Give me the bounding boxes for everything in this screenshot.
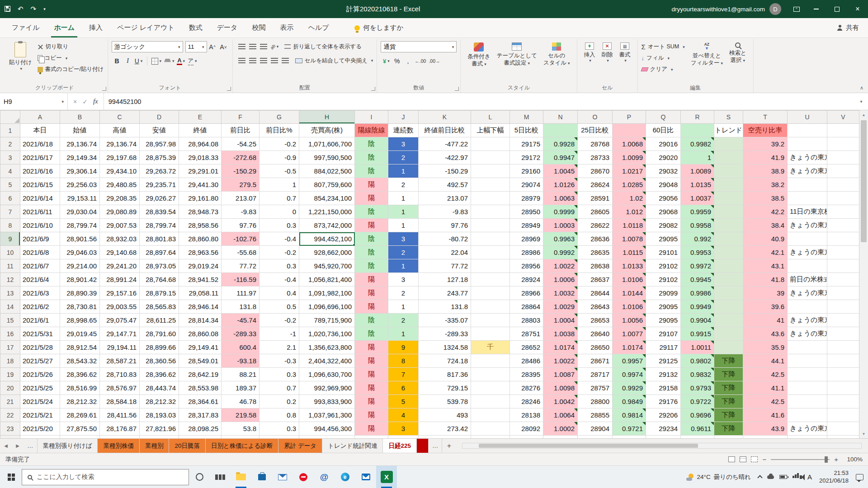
cell-C23[interactable]: 28,176.87 <box>100 422 140 436</box>
cell-L21[interactable] <box>471 395 510 408</box>
cell-T9[interactable]: 40.9 <box>743 232 788 246</box>
cell-K5[interactable]: 492.57 <box>419 178 471 192</box>
cell-H8[interactable]: 873,742,000 <box>299 219 355 232</box>
ribbon-tab-data[interactable]: データ <box>210 18 245 38</box>
cell-N10[interactable]: 0.9992 <box>543 246 578 259</box>
cell-K16[interactable]: -289.33 <box>419 327 471 341</box>
increase-decimal-button[interactable]: ←.00 <box>413 56 427 66</box>
cell-N18[interactable]: 1.0022 <box>543 354 578 368</box>
cell-Q16[interactable]: 29107 <box>646 327 681 341</box>
cell-F18[interactable]: -93.18 <box>222 354 259 368</box>
cell-T11[interactable]: 43.1 <box>743 259 788 273</box>
cell-G16[interactable]: -1 <box>259 327 299 341</box>
cell-O21[interactable]: 28800 <box>578 395 613 408</box>
cell-S18[interactable]: 下降 <box>714 354 743 368</box>
cell-Q11[interactable]: 29102 <box>646 259 681 273</box>
cell-T1[interactable]: 空売り比率 <box>743 124 788 137</box>
cell-L7[interactable] <box>471 205 510 219</box>
cell-P15[interactable]: 1.0056 <box>613 314 646 327</box>
cell-U20[interactable] <box>788 381 827 395</box>
column-header-G[interactable]: G <box>259 111 299 124</box>
cell-G12[interactable]: -0.4 <box>259 273 299 286</box>
cell-R8[interactable]: 0.9958 <box>681 219 714 232</box>
cell-G14[interactable]: 0.5 <box>259 300 299 314</box>
cell-F17[interactable]: 600.4 <box>222 341 259 354</box>
cell-A5[interactable]: 2021/6/15 <box>20 178 60 192</box>
column-header-B[interactable]: B <box>60 111 100 124</box>
cell-L17[interactable]: 千 <box>471 341 510 354</box>
cell-L12[interactable] <box>471 273 510 286</box>
cell-V15[interactable] <box>827 314 859 327</box>
cell-V3[interactable] <box>827 151 859 164</box>
cell-F8[interactable]: 97.76 <box>222 219 259 232</box>
cell-T2[interactable]: 39.2 <box>743 137 788 151</box>
cell-O23[interactable]: 28904 <box>578 422 613 436</box>
name-box[interactable]: H9▾ <box>0 93 68 110</box>
cell-R15[interactable]: 0.9904 <box>681 314 714 327</box>
zoom-in-button[interactable]: + <box>834 455 838 463</box>
cell-T20[interactable]: 41.1 <box>743 381 788 395</box>
collapse-ribbon-icon[interactable]: ∧ <box>860 85 863 91</box>
cell-U18[interactable] <box>788 354 827 368</box>
cell-A23[interactable]: 2021/5/20 <box>20 422 60 436</box>
horizontal-scroll-thumb[interactable] <box>479 444 698 448</box>
cell-P19[interactable]: 0.9974 <box>613 368 646 381</box>
cell-M20[interactable]: 28276 <box>510 381 543 395</box>
cell-F14[interactable]: 131.8 <box>222 300 259 314</box>
cell-A10[interactable]: 2021/6/8 <box>20 246 60 259</box>
cell-A9[interactable]: 2021/6/9 <box>20 232 60 246</box>
cell-B17[interactable]: 28,912.54 <box>60 341 100 354</box>
cell-V7[interactable] <box>827 205 859 219</box>
cell-I9[interactable]: 陰 <box>355 232 388 246</box>
cell-I22[interactable]: 陽 <box>355 408 388 422</box>
cell-L14[interactable] <box>471 300 510 314</box>
cell-I18[interactable]: 陽 <box>355 354 388 368</box>
cell-S10[interactable] <box>714 246 743 259</box>
cell-K6[interactable]: 213.07 <box>419 192 471 205</box>
cell-F16[interactable]: -289.33 <box>222 327 259 341</box>
cell-A20[interactable]: 2021/5/25 <box>20 381 60 395</box>
cell-E10[interactable]: 28,963.56 <box>179 246 222 259</box>
taskbar-app-mail2[interactable] <box>355 466 376 488</box>
cell-M14[interactable]: 28864 <box>510 300 543 314</box>
cell-S17[interactable] <box>714 341 743 354</box>
cell-D9[interactable]: 28,801.83 <box>140 232 179 246</box>
cell-F20[interactable]: 189.37 <box>222 381 259 395</box>
row-header-8[interactable]: 8 <box>0 219 20 232</box>
cell-D4[interactable]: 29,263.72 <box>140 164 179 178</box>
cell-G11[interactable]: 0.3 <box>259 259 299 273</box>
conditional-formatting-button[interactable]: 条件付き 書式▾ <box>464 41 493 69</box>
cell-K22[interactable]: 493 <box>419 408 471 422</box>
cell-F2[interactable]: -54.25 <box>222 137 259 151</box>
cell-V18[interactable] <box>827 354 859 368</box>
cell-F12[interactable]: -116.59 <box>222 273 259 286</box>
cell-B12[interactable]: 28,901.42 <box>60 273 100 286</box>
autosum-button[interactable]: Σオート SUM▾ <box>642 41 685 52</box>
font-color-button[interactable]: A▾ <box>176 56 187 66</box>
cell-P1[interactable] <box>613 124 646 137</box>
cell-K12[interactable]: 127.18 <box>419 273 471 286</box>
cell-C16[interactable]: 29,147.71 <box>100 327 140 341</box>
cell-U8[interactable]: きょうの東京市場は <box>788 219 827 232</box>
weather-widget[interactable]: 24°C 曇りのち晴れ <box>686 473 750 481</box>
taskbar-app-edge[interactable]: e <box>335 466 355 488</box>
cell-E16[interactable]: 28,860.08 <box>179 327 222 341</box>
cell-U17[interactable] <box>788 341 827 354</box>
cell-C12[interactable]: 28,991.24 <box>100 273 140 286</box>
cell-B18[interactable]: 28,543.32 <box>60 354 100 368</box>
cell-N17[interactable]: 1.0174 <box>543 341 578 354</box>
cell-K8[interactable]: 97.76 <box>419 219 471 232</box>
ribbon-tab-review[interactable]: 校閲 <box>245 18 273 38</box>
cell-O1[interactable]: 25日比較 <box>578 124 613 137</box>
borders-button[interactable]: ▾ <box>150 56 163 66</box>
scroll-up-icon[interactable]: ▲ <box>859 110 868 119</box>
cell-B5[interactable]: 29,256.03 <box>60 178 100 192</box>
ribbon-tab-view[interactable]: 表示 <box>273 18 301 38</box>
cell-O13[interactable]: 28644 <box>578 286 613 300</box>
cell-R1[interactable] <box>681 124 714 137</box>
cut-button[interactable]: 切り取り <box>38 41 104 52</box>
cell-U12[interactable]: 前日の米株式市場は <box>788 273 827 286</box>
taskbar-app-cortana[interactable] <box>189 466 210 488</box>
cell-Q4[interactable]: 29032 <box>646 164 681 178</box>
cell-N23[interactable]: 1.0002 <box>543 422 578 436</box>
